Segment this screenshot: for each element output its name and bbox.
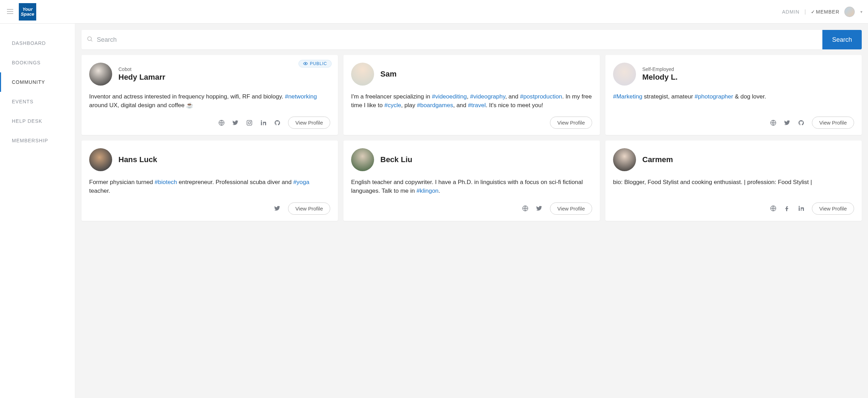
github-icon[interactable] xyxy=(274,120,280,126)
hashtag-link[interactable]: #photographer xyxy=(695,93,733,100)
hashtag-link[interactable]: #videoediting xyxy=(432,93,467,100)
sidebar-item-membership[interactable]: MEMBERSHIP xyxy=(0,131,75,150)
card-footer: View Profile xyxy=(613,202,854,215)
hashtag-link[interactable]: #videography xyxy=(470,93,505,100)
hashtag-link[interactable]: #travel xyxy=(468,102,486,109)
instagram-icon[interactable] xyxy=(246,120,253,126)
hashtag-link[interactable]: #klingon xyxy=(417,188,439,194)
hashtag-link[interactable]: #boardgames xyxy=(417,102,453,109)
member-avatar xyxy=(351,63,374,86)
member-name: Hedy Lamarr xyxy=(118,73,165,82)
member-bio: English teacher and copywriter. I have a… xyxy=(351,178,592,195)
bio-text: English teacher and copywriter. I have a… xyxy=(351,179,583,194)
role-member[interactable]: ✓MEMBER xyxy=(811,9,839,15)
member-card: Hans LuckFormer physician turned #biotec… xyxy=(82,141,338,221)
brand-logo[interactable]: Your Space xyxy=(19,3,36,21)
globe-icon[interactable] xyxy=(522,205,528,212)
social-links xyxy=(770,120,804,126)
member-bio: Former physician turned #biotech entrepr… xyxy=(89,178,330,195)
svg-point-0 xyxy=(88,37,92,41)
globe-icon[interactable] xyxy=(770,120,776,126)
hashtag-link[interactable]: #biotech xyxy=(155,179,177,185)
check-icon: ✓ xyxy=(811,9,815,15)
public-badge: PUBLIC xyxy=(299,60,332,67)
member-avatar xyxy=(351,148,374,171)
view-profile-button[interactable]: View Profile xyxy=(812,202,854,215)
card-header: Hans Luck xyxy=(89,148,330,171)
view-profile-button[interactable]: View Profile xyxy=(288,202,330,215)
twitter-icon[interactable] xyxy=(274,205,280,212)
sidebar-item-bookings[interactable]: BOOKINGS xyxy=(0,53,75,72)
member-avatar xyxy=(613,148,636,171)
card-header: Sam xyxy=(351,63,592,86)
topbar-right: ADMIN | ✓MEMBER ▾ xyxy=(782,7,864,17)
role-member-label: MEMBER xyxy=(816,9,839,15)
globe-icon[interactable] xyxy=(770,205,776,212)
member-card: Beck LiuEnglish teacher and copywriter. … xyxy=(343,141,600,221)
member-grid: PUBLICCobotHedy LamarrInventor and actre… xyxy=(82,55,862,221)
card-footer: View Profile xyxy=(89,117,330,129)
member-avatar xyxy=(89,148,112,171)
card-header: Beck Liu xyxy=(351,148,592,171)
sidebar-item-help-desk[interactable]: HELP DESK xyxy=(0,111,75,131)
menu-icon[interactable] xyxy=(4,6,16,18)
chevron-down-icon[interactable]: ▾ xyxy=(860,9,862,14)
globe-icon[interactable] xyxy=(218,120,225,126)
member-bio: I'm a freelancer specializing in #videoe… xyxy=(351,93,592,110)
search-row: Search xyxy=(82,30,862,49)
bio-text: I'm a freelancer specializing in xyxy=(351,93,432,100)
bio-text: , and xyxy=(453,102,468,109)
bio-text: , play xyxy=(401,102,417,109)
card-header: CobotHedy Lamarr xyxy=(89,63,330,86)
bio-text: bio: Blogger, Food Stylist and cooking e… xyxy=(613,179,812,185)
member-bio: #Marketing strategist, amateur #photogra… xyxy=(613,93,854,101)
linkedin-icon[interactable] xyxy=(798,205,804,212)
member-company: Cobot xyxy=(118,66,165,72)
member-company: Self-Employed xyxy=(642,66,677,72)
bio-text: strategist, amateur xyxy=(642,93,695,100)
bio-text: Inventor and actress interested in frequ… xyxy=(89,93,285,100)
twitter-icon[interactable] xyxy=(784,120,790,126)
github-icon[interactable] xyxy=(798,120,804,126)
member-card: SamI'm a freelancer specializing in #vid… xyxy=(343,55,600,135)
member-name: Sam xyxy=(380,70,396,79)
bio-text: . xyxy=(439,188,440,194)
card-footer: View Profile xyxy=(613,117,854,129)
view-profile-button[interactable]: View Profile xyxy=(550,202,592,215)
sidebar-item-community[interactable]: COMMUNITY xyxy=(0,72,75,92)
social-links xyxy=(274,205,280,212)
search-button[interactable]: Search xyxy=(822,30,862,49)
bio-text: Former physician turned xyxy=(89,179,155,185)
hashtag-link[interactable]: #postproduction xyxy=(520,93,562,100)
twitter-icon[interactable] xyxy=(232,120,239,126)
hashtag-link[interactable]: #cycle xyxy=(384,102,401,109)
member-card: PUBLICCobotHedy LamarrInventor and actre… xyxy=(82,55,338,135)
sidebar: DASHBOARDBOOKINGSCOMMUNITYEVENTSHELP DES… xyxy=(0,24,75,398)
facebook-icon[interactable] xyxy=(784,205,790,212)
card-footer: View Profile xyxy=(351,117,592,129)
member-avatar xyxy=(613,63,636,86)
bio-text: around UX, digital design and coffee ☕ xyxy=(89,102,194,109)
card-header: Self-EmployedMelody L. xyxy=(613,63,854,86)
linkedin-icon[interactable] xyxy=(260,120,266,126)
hashtag-link[interactable]: #networking xyxy=(285,93,317,100)
public-badge-label: PUBLIC xyxy=(310,61,327,66)
hashtag-link[interactable]: #yoga xyxy=(293,179,309,185)
user-avatar[interactable] xyxy=(844,7,855,17)
member-card: Self-EmployedMelody L.#Marketing strateg… xyxy=(605,55,862,135)
view-profile-button[interactable]: View Profile xyxy=(288,117,330,129)
search-input[interactable] xyxy=(97,36,817,43)
sidebar-item-dashboard[interactable]: DASHBOARD xyxy=(0,33,75,53)
card-header: Carmem xyxy=(613,148,854,171)
hashtag-link[interactable]: #Marketing xyxy=(613,93,642,100)
sidebar-item-events[interactable]: EVENTS xyxy=(0,92,75,111)
view-profile-button[interactable]: View Profile xyxy=(550,117,592,129)
bio-text: . It's nice to meet you! xyxy=(486,102,543,109)
role-separator: | xyxy=(804,9,806,15)
view-profile-button[interactable]: View Profile xyxy=(812,117,854,129)
twitter-icon[interactable] xyxy=(536,205,542,212)
bio-text: , and xyxy=(505,93,520,100)
member-card: Carmembio: Blogger, Food Stylist and coo… xyxy=(605,141,862,221)
main: Search PUBLICCobotHedy LamarrInventor an… xyxy=(75,24,868,398)
role-admin[interactable]: ADMIN xyxy=(782,9,799,15)
